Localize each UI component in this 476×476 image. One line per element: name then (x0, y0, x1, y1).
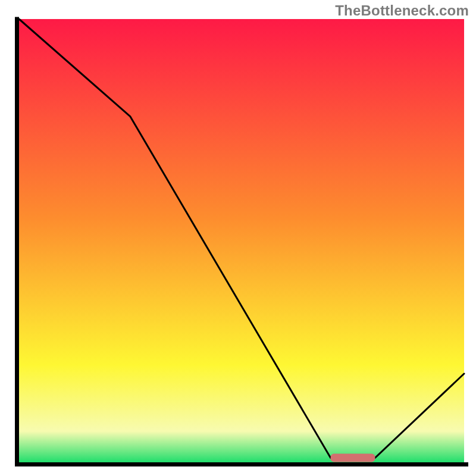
optimal-range-marker (331, 454, 375, 462)
plot-background (19, 19, 464, 462)
chart-stage: TheBottleneck.com (0, 0, 476, 476)
bottleneck-chart (0, 0, 476, 476)
